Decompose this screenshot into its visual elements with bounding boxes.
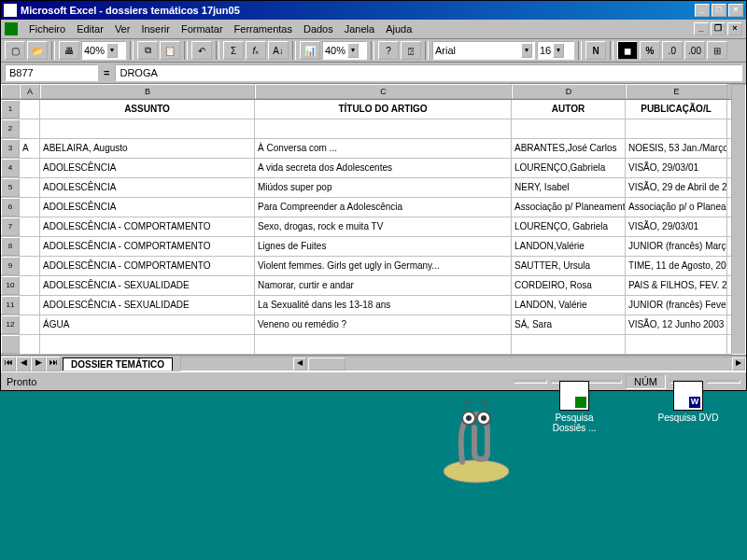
menu-janela[interactable]: Janela xyxy=(339,21,380,36)
cell[interactable]: AUTOR xyxy=(512,100,626,119)
decrease-decimal-button[interactable]: .0 xyxy=(662,41,683,60)
cell[interactable]: ADOLESCÊNCIA - COMPORTAMENTO xyxy=(40,237,255,256)
fontsize-combo[interactable]: 16 ▾ xyxy=(537,41,574,60)
doc-minimize-button[interactable]: _ xyxy=(694,22,709,35)
clippy-assistant[interactable] xyxy=(430,392,523,485)
menu-ver[interactable]: Ver xyxy=(109,21,136,36)
cell[interactable]: PAIS & FILHOS, FEV. 20 xyxy=(626,276,727,295)
tab-nav-first[interactable]: ⏮ xyxy=(1,357,16,371)
cell[interactable]: TÍTULO DO ARTIGO xyxy=(255,100,512,119)
font-combo[interactable]: Arial ▾ xyxy=(432,41,535,60)
row-header[interactable]: 3 xyxy=(1,139,20,158)
cell[interactable]: PUBLICAÇÃO/L xyxy=(626,100,727,119)
cell[interactable]: VISÃO, 12 Junho 2003 xyxy=(626,315,727,334)
titlebar[interactable]: Microsoft Excel - dossiers temáticos 17j… xyxy=(1,1,746,20)
chart-button[interactable]: 📊 xyxy=(300,41,320,60)
help-button[interactable]: ? xyxy=(378,41,399,60)
cell[interactable] xyxy=(20,335,40,354)
row-header[interactable]: 2 xyxy=(1,119,20,138)
cell[interactable] xyxy=(20,178,40,197)
borders-button[interactable]: ⊞ xyxy=(707,41,727,60)
cell[interactable] xyxy=(255,335,512,354)
close-button[interactable]: × xyxy=(728,4,743,17)
cell[interactable] xyxy=(512,119,626,138)
fill-color-button[interactable]: ◼ xyxy=(617,41,638,60)
cell[interactable]: ABELAIRA, Augusto xyxy=(40,139,255,158)
paste-button[interactable]: 📋 xyxy=(160,41,180,60)
row-header[interactable]: 8 xyxy=(1,237,20,256)
cell[interactable]: Associação p/ o Planea xyxy=(626,198,727,217)
cell[interactable]: VISÃO, 29/03/01 xyxy=(626,159,727,177)
new-button[interactable]: ▢ xyxy=(5,41,25,60)
cell[interactable]: ADOLESCÊNCIA xyxy=(40,178,255,197)
row-header[interactable]: 7 xyxy=(1,217,20,236)
cell[interactable] xyxy=(20,237,40,256)
system-menu-icon[interactable] xyxy=(5,22,18,35)
cell[interactable]: Veneno ou remédio ? xyxy=(255,315,512,334)
cell[interactable]: ADOLESCÊNCIA - COMPORTAMENTO xyxy=(40,257,255,275)
select-all-corner[interactable] xyxy=(1,84,20,99)
cell[interactable]: LANDON,Valérie xyxy=(512,237,626,256)
cell[interactable] xyxy=(20,119,40,138)
cell[interactable] xyxy=(626,119,727,138)
col-header-c[interactable]: C xyxy=(255,84,512,99)
whatsthis-button[interactable]: ⍰ xyxy=(401,41,421,60)
cell[interactable]: Namorar, curtir e andar xyxy=(255,276,512,295)
menu-dados[interactable]: Dados xyxy=(298,21,339,36)
cell[interactable] xyxy=(20,100,40,119)
dropdown-icon[interactable]: ▾ xyxy=(521,43,532,58)
menu-ferramentas[interactable]: Ferramentas xyxy=(229,21,298,36)
cell[interactable] xyxy=(20,217,40,236)
cell[interactable]: A xyxy=(20,139,40,158)
row-header[interactable] xyxy=(1,335,20,354)
sort-asc-button[interactable]: A↓ xyxy=(268,41,289,60)
cell[interactable]: ADOLESCÊNCIA xyxy=(40,159,255,177)
cell[interactable]: SAUTTER, Ursula xyxy=(512,257,626,275)
col-header-e[interactable]: E xyxy=(626,84,727,99)
cell[interactable]: Miúdos super pop xyxy=(255,178,512,197)
cell[interactable] xyxy=(20,257,40,275)
cell[interactable] xyxy=(20,276,40,295)
cell[interactable]: JUNIOR (francês) Març xyxy=(626,237,727,256)
cell[interactable]: ADOLESCÊNCIA - SEXUALIDADE xyxy=(40,296,255,315)
cell[interactable]: ABRANTES,José Carlos xyxy=(512,139,626,158)
col-header-d[interactable]: D xyxy=(512,84,626,99)
cell[interactable]: LOURENÇO,Gabriela xyxy=(512,159,626,177)
cell[interactable] xyxy=(40,335,255,354)
cell[interactable]: LOURENÇO, Gabriela xyxy=(512,217,626,236)
cell[interactable]: NOESIS, 53 Jan./Março xyxy=(626,139,727,158)
cell[interactable] xyxy=(20,198,40,217)
tab-nav-prev[interactable]: ◀ xyxy=(16,357,31,371)
cell[interactable]: TIME, 11 de Agosto, 200 xyxy=(626,257,727,275)
undo-button[interactable]: ↶ xyxy=(191,41,212,60)
cell[interactable] xyxy=(20,296,40,315)
cell[interactable]: Violent femmes. Girls get ugly in German… xyxy=(255,257,512,275)
function-button[interactable]: fₓ xyxy=(246,41,266,60)
row-header[interactable]: 5 xyxy=(1,178,20,197)
sheet-tab[interactable]: DOSSIER TEMÁTICO xyxy=(63,357,173,371)
grid-body[interactable]: 1ASSUNTOTÍTULO DO ARTIGOAUTORPUBLICAÇÃO/… xyxy=(1,100,746,355)
cell[interactable]: NERY, Isabel xyxy=(512,178,626,197)
cell[interactable]: La Sexualité dans les 13-18 ans xyxy=(255,296,512,315)
formula-input[interactable]: DROGA xyxy=(115,64,742,81)
cell[interactable]: Para Compreender a Adolescência xyxy=(255,198,512,217)
cell[interactable]: LANDON, Valérie xyxy=(512,296,626,315)
row-header[interactable]: 10 xyxy=(1,276,20,295)
cell[interactable]: Sexo, drogas, rock e muita TV xyxy=(255,217,512,236)
menu-editar[interactable]: Editar xyxy=(71,21,109,36)
minimize-button[interactable]: _ xyxy=(695,4,710,17)
vertical-scrollbar[interactable] xyxy=(731,84,746,355)
cell[interactable] xyxy=(626,335,727,354)
desktop-icon-pesquisa-dvd[interactable]: W Pesquisa DVD xyxy=(655,381,721,423)
zoom-combo-2[interactable]: 40% ▾ xyxy=(322,41,367,60)
row-header[interactable]: 12 xyxy=(1,315,20,334)
doc-close-button[interactable]: × xyxy=(727,22,742,35)
cell[interactable]: ÁGUA xyxy=(40,315,255,334)
cell[interactable] xyxy=(40,119,255,138)
cell[interactable]: CORDEIRO, Rosa xyxy=(512,276,626,295)
cell[interactable]: VISÃO, 29 de Abril de 20 xyxy=(626,178,727,197)
tab-nav-next[interactable]: ▶ xyxy=(31,357,46,371)
zoom-combo-1[interactable]: 40% ▾ xyxy=(81,41,126,60)
cell[interactable]: ADOLESCÊNCIA - SEXUALIDADE xyxy=(40,276,255,295)
cell[interactable]: VISÃO, 29/03/01 xyxy=(626,217,727,236)
